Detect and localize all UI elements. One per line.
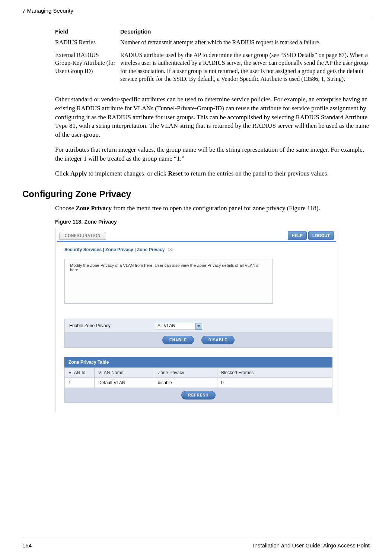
text-fragment: Click (55, 170, 70, 177)
enable-label: Enable Zone Privacy (69, 323, 155, 328)
figure-screenshot: CONFIGURATION HELP LOGOUT Security Servi… (55, 228, 338, 412)
vlan-dropdown[interactable]: All VLAN (155, 322, 203, 329)
cell-zone-privacy: disable (154, 378, 217, 388)
chapter-label: 7 Managing Security (22, 7, 73, 14)
table-title: Zone Privacy Table (64, 357, 332, 367)
table-row: RADIUS Retries Number of retransmit atte… (55, 38, 370, 51)
main-content: Field Description RADIUS Retries Number … (22, 17, 370, 412)
info-box: Modify the Zone Privacy of a VLAN from h… (64, 259, 273, 304)
text-fragment: from the menu tree to open the configura… (112, 205, 320, 212)
page-number: 164 (22, 542, 32, 549)
body-paragraph: Other standard or vendor-specific attrib… (55, 95, 370, 139)
section-intro: Choose Zone Privacy from the menu tree t… (55, 204, 370, 213)
column-zone-privacy: Zone-Privacy (154, 368, 217, 378)
cell-blocked-frames: 0 (217, 378, 332, 388)
config-bar: CONFIGURATION HELP LOGOUT (57, 230, 336, 240)
panel-area: Modify the Zone Privacy of a VLAN from h… (57, 256, 336, 410)
field-description-table: Field Description RADIUS Retries Number … (55, 28, 370, 88)
column-vlan-name: VLAN-Name (95, 368, 154, 378)
disable-button[interactable]: DISABLE (201, 336, 235, 344)
description-cell: RADIUS attribute used by the AP to deter… (120, 51, 370, 88)
body-paragraph: For attributes that return integer value… (55, 145, 370, 163)
bold-zone-privacy: Zone Privacy (76, 205, 112, 212)
page-header: 7 Managing Security (22, 0, 370, 17)
field-cell: External RADIUS Group-Key Attribute (for… (55, 51, 120, 88)
column-header-description: Description (120, 28, 370, 38)
enable-zone-privacy-row: Enable Zone Privacy All VLAN (64, 319, 332, 333)
description-cell: Number of retransmit attempts after whic… (120, 38, 370, 51)
enable-button[interactable]: ENABLE (162, 336, 194, 344)
text-fragment: to return the entries on the panel to th… (183, 170, 329, 177)
section-heading: Configuring Zone Privacy (22, 189, 370, 199)
refresh-button-row: REFRESH (64, 388, 332, 403)
column-vlan-id: VLAN-Id (65, 368, 95, 378)
zone-privacy-table-section: Zone Privacy Table VLAN-Id VLAN-Name Zon… (64, 357, 332, 403)
zone-privacy-table: VLAN-Id VLAN-Name Zone-Privacy Blocked-F… (64, 367, 332, 388)
dropdown-value: All VLAN (157, 323, 175, 328)
logout-button[interactable]: LOGOUT (308, 231, 334, 240)
text-fragment: Choose (55, 205, 76, 212)
field-cell: RADIUS Retries (55, 38, 120, 51)
chevron-down-icon (197, 325, 200, 327)
cell-vlan-name: Default VLAN (95, 378, 154, 388)
breadcrumb-arrow-icon: >> (168, 247, 173, 252)
table-row: 1 Default VLAN disable 0 (65, 378, 332, 388)
body-paragraph: Click Apply to implement changes, or cli… (55, 169, 370, 178)
breadcrumb: Security Services | Zone Privacy | Zone … (57, 241, 336, 256)
footer-title: Installation and User Guide: Airgo Acces… (253, 542, 370, 549)
configuration-tab[interactable]: CONFIGURATION (59, 232, 106, 240)
bold-apply: Apply (70, 170, 87, 177)
figure-caption: Figure 118: Zone Privacy (55, 219, 370, 225)
help-button[interactable]: HELP (288, 231, 307, 240)
table-row: External RADIUS Group-Key Attribute (for… (55, 51, 370, 88)
refresh-button[interactable]: REFRESH (181, 391, 216, 399)
page-footer: 164 Installation and User Guide: Airgo A… (22, 539, 370, 549)
cell-vlan-id: 1 (65, 378, 95, 388)
enable-disable-button-row: ENABLE DISABLE (64, 333, 332, 348)
breadcrumb-text: Security Services | Zone Privacy | Zone … (64, 247, 165, 252)
bold-reset: Reset (168, 170, 183, 177)
text-fragment: to implement changes, or click (87, 170, 168, 177)
column-blocked-frames: Blocked-Frames (217, 368, 332, 378)
column-header-field: Field (55, 28, 120, 38)
